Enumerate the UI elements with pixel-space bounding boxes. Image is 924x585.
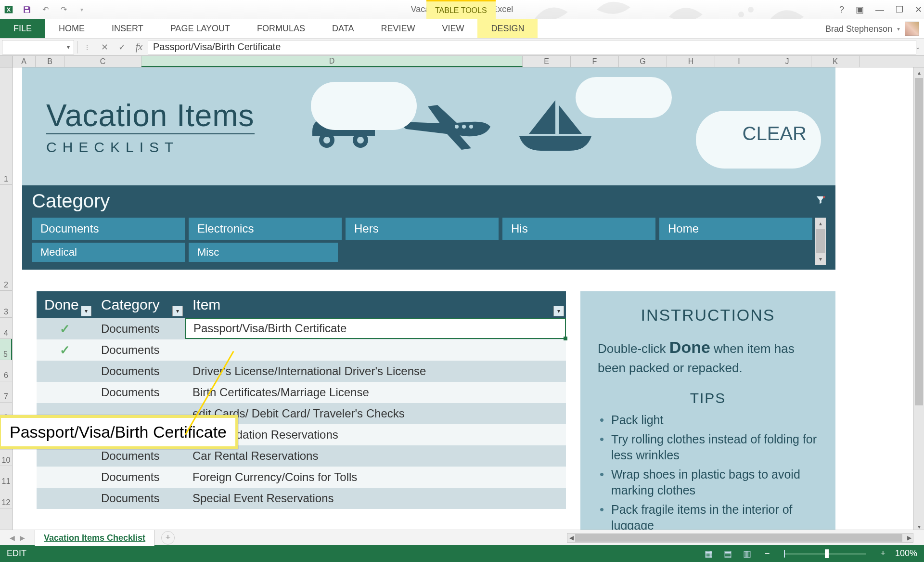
svg-rect-2 xyxy=(25,10,29,12)
expand-formula-bar-icon[interactable]: ⌄ xyxy=(915,44,920,51)
row-1[interactable]: 1 xyxy=(0,67,12,185)
row-3[interactable]: 3 xyxy=(0,291,12,318)
fill-handle[interactable] xyxy=(564,337,567,340)
page-break-view-icon[interactable]: ▥ xyxy=(740,548,755,559)
filter-category-icon[interactable]: ▾ xyxy=(172,306,183,316)
row-7[interactable]: 7 xyxy=(0,381,12,403)
enter-formula-icon[interactable]: ✓ xyxy=(113,40,130,54)
zoom-slider[interactable] xyxy=(784,553,866,555)
col-F[interactable]: F xyxy=(571,56,619,67)
tab-home[interactable]: HOME xyxy=(45,19,98,38)
zoom-level[interactable]: 100% xyxy=(895,548,917,559)
help-icon[interactable]: ? xyxy=(839,5,844,15)
col-header-done[interactable]: Done ▾ xyxy=(37,291,93,318)
tab-insert[interactable]: INSERT xyxy=(98,19,157,38)
normal-view-icon[interactable]: ▦ xyxy=(701,548,717,559)
col-D[interactable]: D xyxy=(141,56,523,67)
sheet-nav-prev-icon[interactable]: ◀ xyxy=(10,534,15,542)
row-5[interactable]: 5 xyxy=(0,339,12,360)
tip-item: Try rolling clothes instead of folding f… xyxy=(598,431,818,463)
cancel-formula-icon[interactable]: ✕ xyxy=(96,40,113,54)
col-K[interactable]: K xyxy=(811,56,860,67)
table-row[interactable]: Documents Birth Certificates/Marriage Li… xyxy=(37,382,566,403)
name-box[interactable]: ▾ xyxy=(2,40,74,54)
col-I[interactable]: I xyxy=(715,56,763,67)
insert-function-expand-icon[interactable]: ⋮ xyxy=(78,40,96,54)
table-row[interactable]: Documents Foreign Currency/Coins for Tol… xyxy=(37,467,566,488)
svg-point-8 xyxy=(357,137,364,143)
row-2[interactable]: 2 xyxy=(0,185,12,291)
svg-point-11 xyxy=(469,125,473,129)
tab-design[interactable]: DESIGN xyxy=(477,19,538,38)
redo-icon[interactable]: ↷ xyxy=(59,5,68,14)
slicer-item-home[interactable]: Home xyxy=(659,218,812,240)
zoom-in-icon[interactable]: + xyxy=(880,548,886,559)
col-H[interactable]: H xyxy=(667,56,715,67)
select-all-corner[interactable] xyxy=(0,56,13,67)
sheet-nav-next-icon[interactable]: ▶ xyxy=(20,534,25,542)
user-avatar[interactable] xyxy=(905,22,919,36)
file-tab[interactable]: FILE xyxy=(0,19,45,38)
save-icon[interactable] xyxy=(22,5,32,14)
slicer-item-hers[interactable]: Hers xyxy=(346,218,499,240)
clear-button[interactable]: CLEAR xyxy=(743,123,807,144)
col-A[interactable]: A xyxy=(13,56,36,67)
col-header-item[interactable]: Item ▾ xyxy=(185,291,566,318)
table-row[interactable]: Documents Special Event Reservations xyxy=(37,488,566,509)
table-row[interactable]: ✓ Documents xyxy=(37,339,566,361)
filter-item-icon[interactable]: ▾ xyxy=(553,306,564,316)
check-icon: ✓ xyxy=(44,343,86,358)
table-tools-contextual-tab: TABLE TOOLS xyxy=(426,0,496,19)
user-name[interactable]: Brad Stephenson xyxy=(825,24,892,34)
maximize-icon[interactable]: ❐ xyxy=(896,4,903,15)
tips-title: TIPS xyxy=(598,390,818,406)
page-title: Vacation Items xyxy=(46,98,255,134)
minimize-icon[interactable]: — xyxy=(875,5,884,15)
slicer-item-misc[interactable]: Misc xyxy=(189,243,338,262)
svg-point-9 xyxy=(455,125,459,129)
sheet-tab[interactable]: Vacation Items Checklist xyxy=(35,530,154,546)
filter-done-icon[interactable]: ▾ xyxy=(81,306,91,316)
svg-point-4 xyxy=(748,7,754,13)
ribbon-display-options-icon[interactable]: ▣ xyxy=(856,4,864,15)
svg-rect-1 xyxy=(25,7,28,9)
table-row[interactable]: Documents Driver's License/International… xyxy=(37,361,566,382)
undo-icon[interactable]: ↶ xyxy=(40,5,50,14)
status-mode: EDIT xyxy=(7,548,26,559)
page-subtitle: CHECKLIST xyxy=(46,139,255,156)
tab-formulas[interactable]: FORMULAS xyxy=(244,19,319,38)
selected-cell[interactable]: Passport/Visa/Birth Certificate xyxy=(185,318,566,339)
clear-filter-icon[interactable] xyxy=(815,195,826,208)
slicer-item-medical[interactable]: Medical xyxy=(32,243,185,262)
col-B[interactable]: B xyxy=(36,56,64,67)
instructions-text: Double-click Done when item has been pac… xyxy=(598,336,818,377)
tab-page-layout[interactable]: PAGE LAYOUT xyxy=(157,19,244,38)
slicer-item-electronics[interactable]: Electronics xyxy=(189,218,342,240)
row-6[interactable]: 6 xyxy=(0,360,12,381)
vertical-scrollbar[interactable]: ▴ ▾ xyxy=(913,67,924,532)
tab-data[interactable]: DATA xyxy=(319,19,367,38)
col-G[interactable]: G xyxy=(619,56,667,67)
tab-view[interactable]: VIEW xyxy=(428,19,477,38)
formula-input[interactable]: Passport/Visa/Birth Certificate xyxy=(148,40,916,54)
zoom-out-icon[interactable]: − xyxy=(765,548,770,559)
col-E[interactable]: E xyxy=(523,56,571,67)
tab-review[interactable]: REVIEW xyxy=(367,19,428,38)
svg-point-6 xyxy=(323,137,330,143)
svg-point-10 xyxy=(462,125,466,129)
row-12[interactable]: 12 xyxy=(0,487,12,508)
col-header-category[interactable]: Category ▾ xyxy=(93,291,185,318)
slicer-item-his[interactable]: His xyxy=(502,218,655,240)
page-layout-view-icon[interactable]: ▤ xyxy=(720,548,736,559)
row-4[interactable]: 4 xyxy=(0,318,12,339)
qat-customize-icon[interactable]: ▾ xyxy=(77,5,87,14)
col-C[interactable]: C xyxy=(64,56,141,67)
new-sheet-icon[interactable]: + xyxy=(161,531,175,545)
close-icon[interactable]: ✕ xyxy=(915,4,922,15)
horizontal-scrollbar[interactable]: ◀ ▶ xyxy=(567,533,913,543)
col-J[interactable]: J xyxy=(763,56,811,67)
row-11[interactable]: 11 xyxy=(0,466,12,487)
name-box-dropdown-icon[interactable]: ▾ xyxy=(67,44,70,51)
slicer-item-documents[interactable]: Documents xyxy=(32,218,185,240)
fx-icon[interactable]: fx xyxy=(130,40,148,54)
